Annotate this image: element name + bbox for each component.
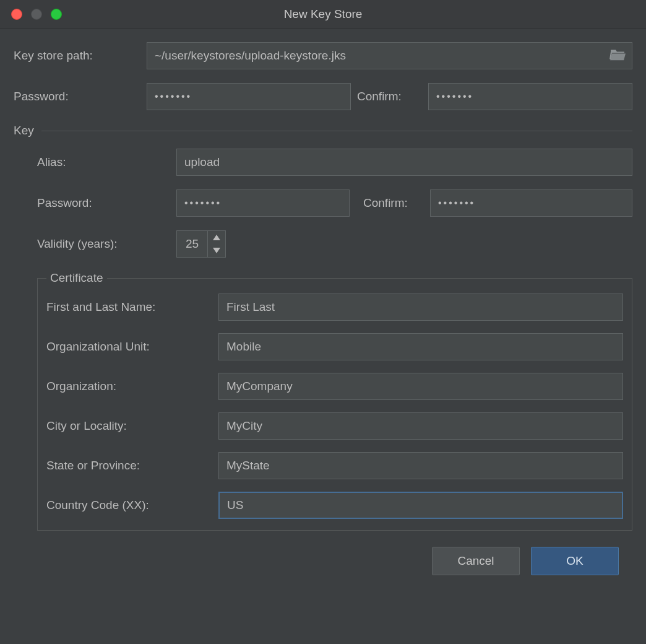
country-field[interactable]: US xyxy=(218,492,623,519)
keystore-password-field[interactable]: ••••••• xyxy=(147,83,351,110)
org-unit-field[interactable]: Mobile xyxy=(218,333,623,360)
key-store-path-label: Key store path: xyxy=(14,49,147,63)
country-value: US xyxy=(227,498,243,512)
key-store-path-field[interactable]: ~/user/keystores/upload-keystore.jks xyxy=(147,42,632,69)
divider xyxy=(41,131,632,131)
key-confirm-field[interactable]: ••••••• xyxy=(430,189,632,217)
city-field[interactable]: MyCity xyxy=(218,412,623,440)
cancel-button[interactable]: Cancel xyxy=(432,547,520,575)
country-label: Country Code (XX): xyxy=(46,498,218,512)
stepper-down-icon[interactable] xyxy=(208,244,225,257)
stepper-up-icon[interactable] xyxy=(208,231,225,244)
state-label: State or Province: xyxy=(46,459,218,472)
close-window-button[interactable] xyxy=(11,9,22,20)
window-title: New Key Store xyxy=(284,7,363,21)
organization-field[interactable]: MyCompany xyxy=(218,373,623,400)
city-label: City or Locality: xyxy=(46,419,218,433)
keystore-password-value: ••••••• xyxy=(155,91,192,102)
dialog-content: Key store path: ~/user/keystores/upload-… xyxy=(0,28,646,588)
keystore-confirm-field[interactable]: ••••••• xyxy=(428,83,632,110)
certificate-section: Certificate First and Last Name: First L… xyxy=(37,271,632,531)
city-value: MyCity xyxy=(226,419,262,433)
first-last-field[interactable]: First Last xyxy=(218,294,623,321)
key-password-label: Password: xyxy=(37,196,176,210)
validity-label: Validity (years): xyxy=(37,237,176,251)
state-field[interactable]: MyState xyxy=(218,452,623,479)
state-value: MyState xyxy=(226,459,270,472)
key-section-title: Key xyxy=(14,124,34,137)
keystore-confirm-label: Confirm: xyxy=(351,90,428,103)
ok-button[interactable]: OK xyxy=(531,547,619,575)
organization-label: Organization: xyxy=(46,380,218,393)
first-last-value: First Last xyxy=(226,300,275,314)
key-confirm-value: ••••••• xyxy=(438,198,475,209)
dialog-footer: Cancel OK xyxy=(14,531,632,575)
window-controls xyxy=(11,9,62,20)
key-password-field[interactable]: ••••••• xyxy=(176,189,350,217)
title-bar: New Key Store xyxy=(0,0,646,28)
org-unit-value: Mobile xyxy=(226,340,261,354)
key-password-value: ••••••• xyxy=(184,198,222,209)
key-section-header: Key xyxy=(14,124,632,137)
key-confirm-label: Confirm: xyxy=(350,196,430,210)
key-store-path-value: ~/user/keystores/upload-keystore.jks xyxy=(155,49,346,63)
organization-value: MyCompany xyxy=(226,380,293,393)
alias-label: Alias: xyxy=(37,155,176,169)
alias-field[interactable]: upload xyxy=(176,149,632,176)
keystore-password-label: Password: xyxy=(14,90,147,103)
validity-value: 25 xyxy=(177,237,207,251)
first-last-label: First and Last Name: xyxy=(46,300,218,314)
folder-open-icon[interactable] xyxy=(609,48,626,64)
keystore-confirm-value: ••••••• xyxy=(436,91,473,102)
certificate-legend: Certificate xyxy=(46,271,107,285)
alias-value: upload xyxy=(184,155,220,169)
org-unit-label: Organizational Unit: xyxy=(46,340,218,354)
zoom-window-button[interactable] xyxy=(51,9,62,20)
minimize-window-button[interactable] xyxy=(31,9,42,20)
validity-stepper[interactable]: 25 xyxy=(176,230,226,258)
